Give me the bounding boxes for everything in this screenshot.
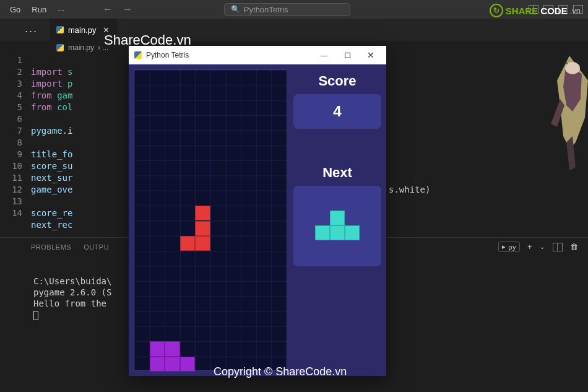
search-icon: 🔍 bbox=[231, 5, 240, 14]
python-file-icon bbox=[56, 43, 64, 52]
close-button[interactable]: ✕ bbox=[359, 48, 383, 63]
game-window-title: Python Tetris bbox=[146, 51, 189, 59]
nav-back-icon[interactable]: ← bbox=[100, 2, 115, 16]
next-cell bbox=[345, 225, 360, 240]
logo-share: SHARE bbox=[506, 6, 538, 16]
line-number: 5 bbox=[0, 102, 22, 113]
terminal-shell-label: py bbox=[508, 243, 516, 251]
line-number: 7 bbox=[0, 125, 22, 137]
chevron-down-icon[interactable]: ⌄ bbox=[540, 243, 545, 250]
game-content: Score 4 Next bbox=[129, 64, 386, 376]
line-number: 3 bbox=[0, 78, 22, 90]
tetris-cell-red bbox=[195, 221, 210, 236]
terminal-split-icon[interactable] bbox=[553, 243, 563, 251]
terminal-line: pygame 2.6.0 (S bbox=[33, 287, 111, 297]
tetris-cell-purple bbox=[150, 357, 165, 372]
command-center[interactable]: 🔍 PythonTetris bbox=[224, 3, 351, 16]
code-token: next_sur bbox=[31, 173, 72, 183]
game-window-titlebar[interactable]: Python Tetris — ✕ bbox=[129, 46, 386, 64]
code-token: col bbox=[52, 102, 73, 112]
next-label: Next bbox=[293, 160, 381, 186]
next-cell bbox=[330, 225, 345, 240]
menu-go[interactable]: Go bbox=[5, 2, 25, 17]
navigation-arrows: ← → bbox=[100, 2, 135, 16]
decorative-character-image bbox=[545, 43, 588, 180]
sharecode-logo-icon: ↻ bbox=[490, 4, 503, 17]
line-number: 11 bbox=[0, 172, 22, 184]
menu-bar: Go Run ··· bbox=[5, 2, 69, 17]
editor-tab-bar: main.py ✕ bbox=[0, 19, 588, 41]
code-token: game_ove bbox=[31, 185, 72, 194]
code-token: from bbox=[31, 90, 52, 100]
svg-point-0 bbox=[565, 62, 580, 74]
code-token: gam bbox=[52, 90, 73, 100]
line-number: 1 bbox=[0, 54, 22, 66]
code-token: p bbox=[63, 79, 73, 89]
tetris-cell-red bbox=[180, 236, 196, 251]
code-token: title_fo bbox=[31, 149, 72, 159]
score-value: 4 bbox=[293, 94, 381, 129]
tetris-cell-purple bbox=[165, 341, 180, 356]
line-number: 10 bbox=[0, 160, 22, 172]
next-piece-preview bbox=[293, 186, 381, 266]
line-number: 4 bbox=[0, 90, 22, 102]
logo-vn: .vn bbox=[570, 6, 581, 15]
breadcrumb-file: main.py bbox=[68, 43, 94, 52]
tetris-playfield[interactable] bbox=[134, 69, 287, 371]
nav-forward-icon[interactable]: → bbox=[120, 2, 135, 16]
watermark-copyright: Copyright © ShareCode.vn bbox=[214, 365, 347, 378]
panel-tab-output[interactable]: OUTPU bbox=[84, 243, 109, 251]
python-tetris-window: Python Tetris — ✕ Score 4 Next bbox=[129, 46, 386, 376]
game-side-panel: Score 4 Next bbox=[293, 69, 381, 371]
code-token: score_re bbox=[31, 208, 72, 218]
panel-tab-problems[interactable]: PROBLEMS bbox=[31, 243, 71, 251]
trash-icon[interactable]: 🗑 bbox=[570, 242, 579, 251]
tetris-cell-red bbox=[195, 236, 210, 251]
maximize-button[interactable] bbox=[335, 48, 359, 63]
next-cell bbox=[315, 225, 330, 240]
score-label: Score bbox=[293, 69, 381, 94]
line-gutter: 1234567891011121314 bbox=[0, 54, 31, 231]
terminal-actions: ▸ py + ⌄ 🗑 bbox=[498, 242, 578, 252]
logo-code: CODE bbox=[540, 6, 567, 16]
code-token: .i bbox=[63, 126, 73, 136]
terminal-cursor bbox=[33, 311, 38, 320]
code-token: from bbox=[31, 102, 52, 112]
line-number: 9 bbox=[0, 149, 22, 160]
tab-filename: main.py bbox=[68, 25, 97, 35]
window-controls: — ✕ bbox=[312, 48, 383, 63]
code-token: s.white) bbox=[389, 184, 430, 196]
terminal-new-icon[interactable]: + bbox=[527, 242, 532, 251]
search-placeholder: PythonTetris bbox=[244, 5, 288, 14]
line-number: 6 bbox=[0, 113, 22, 125]
line-number: 2 bbox=[0, 66, 22, 78]
menu-more[interactable]: ··· bbox=[53, 2, 69, 17]
tetris-cell-red bbox=[195, 206, 210, 220]
code-token: s bbox=[63, 67, 73, 77]
game-window-icon bbox=[134, 51, 142, 59]
minimize-button[interactable]: — bbox=[312, 48, 335, 63]
line-number: 13 bbox=[0, 196, 22, 207]
tetris-cell-purple bbox=[180, 357, 196, 372]
terminal-dropdown[interactable]: ▸ py bbox=[498, 242, 520, 252]
line-number: 12 bbox=[0, 184, 22, 196]
sharecode-logo: ↻ SHARECODE.vn bbox=[490, 4, 581, 17]
line-number: 8 bbox=[0, 137, 22, 149]
editor-actions-dots[interactable]: ··· bbox=[25, 25, 38, 38]
python-file-icon bbox=[56, 25, 64, 34]
menu-run[interactable]: Run bbox=[27, 2, 51, 17]
code-token: import bbox=[31, 67, 63, 77]
watermark-center: ShareCode.vn bbox=[104, 32, 191, 48]
code-token: pygame bbox=[31, 126, 63, 136]
code-token: score_su bbox=[31, 161, 72, 171]
terminal-line: Hello from the bbox=[33, 298, 111, 308]
terminal-line: C:\Users\buida\ bbox=[33, 276, 111, 286]
terminal-shell-icon: ▸ bbox=[502, 243, 506, 251]
tetris-cell-purple bbox=[150, 341, 165, 356]
code-token: next_rec bbox=[31, 220, 72, 230]
next-cell bbox=[330, 211, 345, 225]
tetris-cell-purple bbox=[165, 357, 180, 372]
line-number: 14 bbox=[0, 207, 22, 219]
code-token: import bbox=[31, 79, 63, 89]
code-content[interactable]: import s import p from gam from col pyga… bbox=[31, 54, 72, 231]
